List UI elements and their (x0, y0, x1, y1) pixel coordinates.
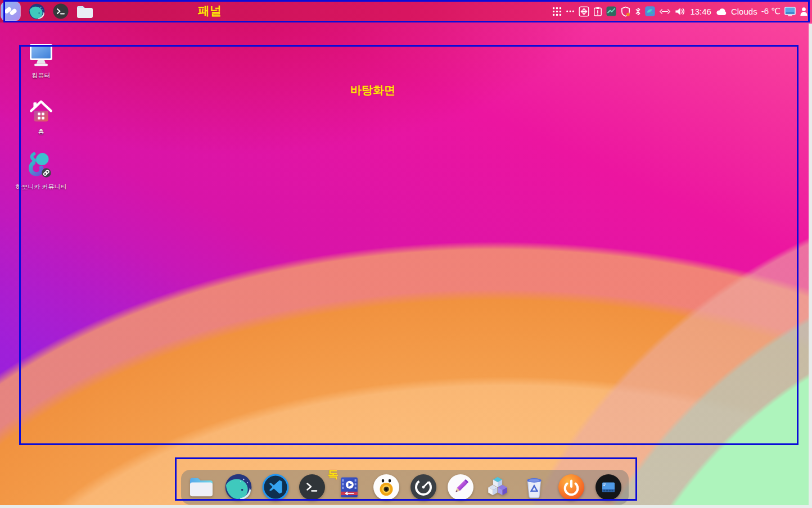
pencil-editor-icon (447, 474, 474, 501)
shield-update-icon[interactable] (620, 6, 631, 17)
desktop-icon-hamonikr-community[interactable]: 하모니카 커뮤니티 (7, 151, 75, 191)
folder-icon (76, 4, 93, 19)
bird-app-icon[interactable] (645, 6, 655, 16)
power-icon (558, 474, 585, 501)
whale-browser-launcher[interactable] (29, 3, 45, 20)
user-icon[interactable] (800, 7, 808, 16)
clipboard-icon[interactable] (593, 6, 602, 17)
gauge-icon (410, 474, 437, 501)
folder-icon (188, 475, 214, 499)
volume-icon[interactable] (675, 7, 686, 16)
desktop-icon-home[interactable]: 홈 (7, 99, 75, 136)
file-manager-launcher[interactable] (76, 4, 93, 19)
video-player-icon (337, 475, 361, 500)
terminal-icon (53, 3, 69, 19)
panel-settings-icon (595, 474, 622, 501)
weather-temperature[interactable]: -6 ℃ (761, 6, 781, 16)
screen-edge (809, 24, 812, 508)
dock-item-trash[interactable] (521, 474, 548, 501)
app-grid-icon[interactable] (552, 7, 562, 16)
desktop-icon-computer[interactable]: 컴퓨터 (7, 43, 75, 80)
weather-condition[interactable]: Clouds (731, 7, 757, 16)
overflow-dots-icon[interactable] (566, 10, 575, 13)
clock[interactable]: 13:46 (690, 7, 711, 16)
cubes-icon (485, 474, 511, 500)
dock-item-video-player[interactable] (336, 474, 363, 501)
home-icon (27, 99, 55, 125)
hamonikr-menu-icon (1, 1, 21, 21)
weather-cloud-icon[interactable] (715, 7, 727, 16)
dock-item-text-editor[interactable] (447, 474, 474, 501)
move-icon[interactable] (579, 6, 589, 17)
computer-icon (26, 43, 56, 69)
dock-item-file-manager[interactable] (188, 474, 215, 501)
terminal-launcher[interactable] (53, 3, 69, 19)
trash-icon (522, 474, 547, 500)
dock-item-system-monitor[interactable] (410, 474, 437, 501)
desktop-icon-label: 하모니카 커뮤니티 (15, 183, 66, 191)
dock-item-panel-settings[interactable] (595, 474, 622, 501)
dock-item-package-manager[interactable] (484, 474, 511, 501)
chart-applet-icon[interactable] (606, 6, 616, 16)
desktop-icon-label: 컴퓨터 (32, 71, 51, 80)
dock-item-power[interactable] (558, 474, 585, 501)
bluetooth-icon[interactable] (635, 7, 641, 16)
dock-item-audacious[interactable] (373, 474, 400, 501)
display-icon[interactable] (784, 7, 796, 16)
dock-item-vscode[interactable] (262, 474, 289, 501)
whale-browser-icon (225, 474, 252, 501)
dock (181, 470, 629, 505)
terminal-icon (299, 474, 326, 501)
hamonikr-menu-button[interactable] (1, 1, 21, 21)
audacious-icon (373, 474, 400, 501)
vscode-icon (262, 474, 289, 501)
hamonikr-community-icon (26, 151, 56, 180)
screen-edge (0, 505, 812, 508)
network-icon[interactable] (659, 8, 671, 15)
desktop-icon-label: 홈 (38, 128, 44, 136)
whale-browser-icon (29, 3, 45, 20)
top-panel: 13:46 Clouds -6 ℃ (0, 0, 812, 22)
dock-item-whale-browser[interactable] (225, 474, 252, 501)
desktop-wallpaper (0, 0, 812, 508)
dock-item-terminal[interactable] (299, 474, 326, 501)
